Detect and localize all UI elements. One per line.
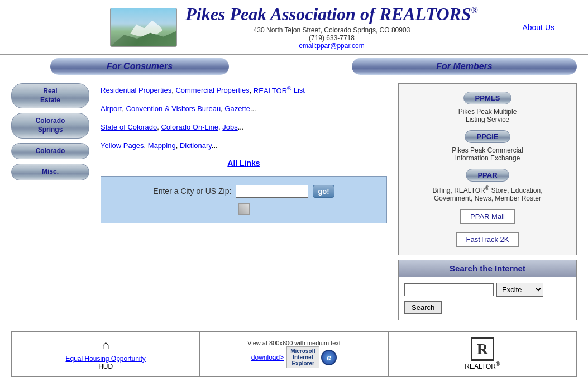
gazette-link[interactable]: Gazette bbox=[224, 104, 250, 113]
sidebar-btn-label: Misc. bbox=[17, 168, 83, 177]
right-panel: PPMLS Pikes Peak MultipleListing Service… bbox=[398, 83, 577, 320]
email-link[interactable]: email:ppar@ppar.com bbox=[299, 42, 365, 50]
download-row: download> MicrosoftInternetExplorer e bbox=[251, 346, 337, 368]
search-internet-body: Excite Google Yahoo AltaVista Lycos Sear… bbox=[398, 277, 577, 320]
search-button[interactable]: Search bbox=[404, 301, 442, 314]
fasttrack-button[interactable]: FastTrack 2K bbox=[456, 232, 519, 247]
sidebar: RealEstate ColoradoSprings Colorado Misc… bbox=[11, 83, 89, 320]
list-link[interactable]: List bbox=[294, 87, 305, 95]
jobs-link[interactable]: Jobs bbox=[222, 123, 237, 131]
city-zip-input[interactable] bbox=[236, 185, 308, 198]
nav-row: For Consumers For Members bbox=[0, 55, 588, 78]
commercial-properties-link[interactable]: Commercial Properties bbox=[175, 87, 249, 95]
equal-housing-link[interactable]: Equal Housing Opportunity bbox=[65, 355, 145, 363]
search-input[interactable] bbox=[404, 283, 494, 296]
sidebar-btn-colorado[interactable]: Colorado bbox=[11, 143, 89, 160]
equal-housing-icon: ⌂ bbox=[102, 338, 109, 352]
go-button[interactable]: go! bbox=[313, 185, 334, 198]
loading-image bbox=[238, 203, 250, 215]
state-colorado-link[interactable]: State of Colorado bbox=[101, 123, 157, 131]
search-row: Excite Google Yahoo AltaVista Lycos bbox=[404, 283, 571, 297]
ppmls-desc: Pikes Peak MultipleListing Service bbox=[404, 108, 571, 123]
dictionary-link[interactable]: Dictionary bbox=[180, 141, 212, 150]
hud-label: HUD bbox=[98, 363, 113, 370]
sidebar-btn-label: ColoradoSprings bbox=[17, 117, 83, 134]
all-links-link[interactable]: All Links bbox=[227, 159, 260, 168]
footer-equal-housing: ⌂ Equal Housing Opportunity HUD bbox=[12, 332, 200, 376]
header-title-block: Pikes Peak Association of REALTORS® 430 … bbox=[185, 4, 477, 50]
sidebar-btn-misc[interactable]: Misc. bbox=[11, 164, 89, 180]
mapping-link[interactable]: Mapping bbox=[148, 141, 176, 150]
site-title: Pikes Peak Association of REALTORS® bbox=[185, 4, 477, 24]
colorado-springs-links: Airport, Convention & Visitors Bureau, G… bbox=[101, 103, 387, 115]
ppar-badge[interactable]: PPAR bbox=[466, 169, 509, 182]
download-text: View at 800x600 with medium text bbox=[247, 340, 341, 346]
page-header: Pikes Peak Association of REALTORS® 430 … bbox=[0, 0, 588, 55]
mountain-image bbox=[110, 8, 177, 47]
ppcie-desc: Pikes Peak CommercialInformation Exchang… bbox=[404, 146, 571, 162]
sidebar-btn-label: Colorado bbox=[17, 147, 83, 156]
ppar-desc: Billing, REALTOR® Store, Education,Gover… bbox=[404, 185, 571, 202]
residential-properties-link[interactable]: Residential Properties bbox=[101, 87, 171, 95]
sidebar-btn-real-estate[interactable]: RealEstate bbox=[11, 83, 89, 108]
colorado-links: State of Colorado, Colorado On-Line, Job… bbox=[101, 122, 387, 134]
realtor-logo: R bbox=[471, 337, 494, 361]
ie-logo-text: MicrosoftInternetExplorer bbox=[286, 346, 319, 368]
footer-download: View at 800x600 with medium text downloa… bbox=[200, 332, 388, 376]
colorado-online-link[interactable]: Colorado On-Line bbox=[161, 123, 218, 131]
page-footer: ⌂ Equal Housing Opportunity HUD View at … bbox=[11, 331, 577, 377]
ppmls-badge[interactable]: PPMLS bbox=[463, 92, 512, 104]
logo-area: Pikes Peak Association of REALTORS® 430 … bbox=[110, 4, 477, 50]
header-address: 430 North Tejon Street, Colorado Springs… bbox=[185, 26, 477, 50]
city-zip-label: Enter a City or US Zip: bbox=[153, 187, 231, 196]
search-internet-box: Search the Internet Excite Google Yahoo … bbox=[398, 260, 577, 320]
about-us-link[interactable]: About Us bbox=[522, 23, 554, 32]
realtor-label: REALTOR® bbox=[465, 361, 500, 370]
center-content: Residential Properties, Commercial Prope… bbox=[95, 83, 393, 320]
ppcie-badge[interactable]: PPCIE bbox=[465, 130, 510, 143]
consumers-nav-pill[interactable]: For Consumers bbox=[50, 58, 229, 75]
realtor-list-link[interactable]: REALTOR® bbox=[254, 87, 291, 95]
real-estate-links: Residential Properties, Commercial Prope… bbox=[101, 83, 387, 97]
members-box: PPMLS Pikes Peak MultipleListing Service… bbox=[398, 83, 577, 255]
misc-links: Yellow Pages, Mapping, Dictionary... bbox=[101, 140, 387, 152]
ie-icon: e bbox=[321, 350, 337, 365]
all-links-section: All Links bbox=[101, 159, 387, 168]
footer-realtor: R REALTOR® bbox=[389, 332, 576, 376]
yellow-pages-link[interactable]: Yellow Pages bbox=[101, 141, 144, 150]
sidebar-btn-label: RealEstate bbox=[17, 87, 83, 104]
ppar-mail-button[interactable]: PPAR Mail bbox=[460, 209, 515, 224]
sidebar-btn-colorado-springs[interactable]: ColoradoSprings bbox=[11, 113, 89, 138]
city-zip-box: Enter a City or US Zip: go! bbox=[101, 176, 387, 223]
search-internet-header: Search the Internet bbox=[398, 260, 577, 277]
airport-link[interactable]: Airport bbox=[101, 104, 122, 113]
convention-link[interactable]: Convention & Visitors Bureau bbox=[126, 104, 221, 113]
search-engine-select[interactable]: Excite Google Yahoo AltaVista Lycos bbox=[496, 283, 543, 297]
main-content: RealEstate ColoradoSprings Colorado Misc… bbox=[0, 78, 588, 326]
download-link[interactable]: download> bbox=[251, 354, 284, 361]
members-nav-pill[interactable]: For Members bbox=[352, 58, 577, 75]
city-zip-row: Enter a City or US Zip: go! bbox=[112, 185, 375, 198]
